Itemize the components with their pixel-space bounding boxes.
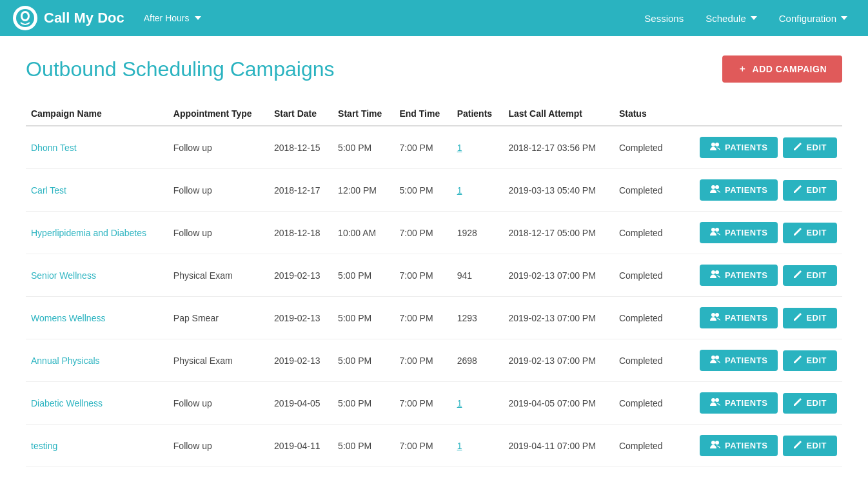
edit-label: EDIT (806, 185, 827, 195)
cell-actions: PATIENTS EDIT (675, 382, 842, 425)
configuration-chevron-icon (841, 16, 847, 20)
nav-schedule[interactable]: Schedule (698, 9, 765, 28)
cell-start-date: 2019-04-11 (269, 425, 333, 467)
header: Call My Doc After Hours Sessions Schedul… (0, 0, 868, 36)
cell-actions: PATIENTS EDIT (675, 425, 842, 467)
cell-start-time: 5:00 PM (333, 297, 394, 339)
cell-last-call-attempt: 2019-02-13 07:00 PM (503, 297, 613, 339)
edit-icon (793, 356, 802, 366)
add-campaign-button[interactable]: ＋ ADD CAMPAIGN (722, 55, 842, 83)
edit-label: EDIT (806, 313, 827, 323)
edit-button[interactable]: EDIT (783, 436, 837, 456)
patients-button[interactable]: PATIENTS (700, 137, 778, 158)
nav-links: Sessions Schedule Configuration (636, 9, 855, 28)
cell-start-date: 2018-12-17 (269, 169, 333, 212)
cell-actions: PATIENTS EDIT (675, 169, 842, 212)
col-end-time: End Time (394, 102, 451, 126)
patients-label: PATIENTS (725, 356, 767, 365)
nav-sessions[interactable]: Sessions (636, 9, 691, 28)
patients-icon (710, 142, 720, 153)
patients-button[interactable]: PATIENTS (700, 222, 778, 243)
svg-point-10 (715, 270, 719, 274)
cell-status: Completed (614, 126, 675, 169)
cell-appointment-type: Follow up (168, 126, 269, 169)
patients-label: PATIENTS (725, 228, 767, 237)
table-body: Dhonn Test Follow up 2018-12-15 5:00 PM … (26, 126, 842, 467)
cell-start-date: 2019-02-13 (269, 254, 333, 297)
edit-icon (793, 313, 802, 323)
edit-label: EDIT (806, 270, 827, 280)
cell-end-time: 7:00 PM (394, 126, 451, 169)
svg-point-11 (711, 313, 715, 317)
cell-start-date: 2018-12-18 (269, 212, 333, 254)
edit-button[interactable]: EDIT (783, 308, 837, 328)
table-row: Diabetic Wellness Follow up 2019-04-05 5… (26, 382, 842, 425)
cell-patients[interactable]: 1 (452, 126, 504, 169)
cell-actions: PATIENTS EDIT (675, 339, 842, 382)
logo-text: Call My Doc (44, 10, 124, 26)
svg-point-5 (711, 185, 715, 189)
nav-schedule-label: Schedule (705, 13, 746, 24)
col-appointment-type: Appointment Type (168, 102, 269, 126)
cell-campaign-name: Senior Wellness (26, 254, 168, 297)
edit-icon (793, 143, 802, 153)
edit-button[interactable]: EDIT (783, 137, 837, 158)
patients-button[interactable]: PATIENTS (700, 435, 778, 456)
after-hours-dropdown[interactable]: After Hours (137, 9, 208, 27)
logo[interactable]: Call My Doc (13, 6, 124, 30)
svg-point-15 (711, 398, 715, 402)
logo-icon (13, 6, 37, 30)
schedule-chevron-icon (751, 16, 757, 20)
cell-last-call-attempt: 2019-04-05 07:00 PM (503, 382, 613, 425)
patients-button[interactable]: PATIENTS (700, 350, 778, 371)
cell-start-date: 2019-02-13 (269, 297, 333, 339)
cell-patients: 2698 (452, 339, 504, 382)
edit-button[interactable]: EDIT (783, 350, 837, 371)
cell-status: Completed (614, 254, 675, 297)
cell-start-time: 12:00 PM (333, 169, 394, 212)
patients-button[interactable]: PATIENTS (700, 307, 778, 328)
cell-appointment-type: Physical Exam (168, 254, 269, 297)
cell-patients: 1928 (452, 212, 504, 254)
cell-appointment-type: Follow up (168, 382, 269, 425)
cell-status: Completed (614, 425, 675, 467)
cell-campaign-name: Womens Wellness (26, 297, 168, 339)
patients-icon (710, 397, 720, 408)
cell-status: Completed (614, 382, 675, 425)
page-title: Outbound Scheduling Campaigns (26, 57, 335, 81)
edit-button[interactable]: EDIT (783, 180, 837, 201)
cell-end-time: 5:00 PM (394, 169, 451, 212)
cell-last-call-attempt: 2019-04-11 07:00 PM (503, 425, 613, 467)
after-hours-label: After Hours (144, 13, 190, 23)
edit-label: EDIT (806, 441, 827, 450)
cell-appointment-type: Follow up (168, 212, 269, 254)
patients-button[interactable]: PATIENTS (700, 265, 778, 286)
table-row: Annual Physicals Physical Exam 2019-02-1… (26, 339, 842, 382)
edit-button[interactable]: EDIT (783, 223, 837, 243)
patients-icon (710, 355, 720, 366)
edit-button[interactable]: EDIT (783, 265, 837, 286)
svg-point-3 (711, 143, 715, 146)
col-patients: Patients (452, 102, 504, 126)
col-start-time: Start Time (333, 102, 394, 126)
svg-point-9 (711, 270, 715, 274)
cell-patients[interactable]: 1 (452, 382, 504, 425)
cell-campaign-name: Diabetic Wellness (26, 382, 168, 425)
patients-label: PATIENTS (725, 398, 767, 408)
edit-icon (793, 270, 802, 281)
patients-button[interactable]: PATIENTS (700, 179, 778, 201)
patients-label: PATIENTS (725, 270, 767, 280)
cell-start-date: 2019-04-05 (269, 382, 333, 425)
edit-label: EDIT (806, 143, 827, 152)
patients-button[interactable]: PATIENTS (700, 392, 778, 414)
cell-patients: 941 (452, 254, 504, 297)
edit-button[interactable]: EDIT (783, 393, 837, 414)
cell-patients[interactable]: 1 (452, 425, 504, 467)
col-campaign-name: Campaign Name (26, 102, 168, 126)
cell-start-time: 5:00 PM (333, 254, 394, 297)
cell-start-time: 5:00 PM (333, 126, 394, 169)
cell-start-date: 2019-02-13 (269, 339, 333, 382)
nav-configuration[interactable]: Configuration (771, 9, 855, 28)
cell-patients[interactable]: 1 (452, 169, 504, 212)
cell-end-time: 7:00 PM (394, 382, 451, 425)
